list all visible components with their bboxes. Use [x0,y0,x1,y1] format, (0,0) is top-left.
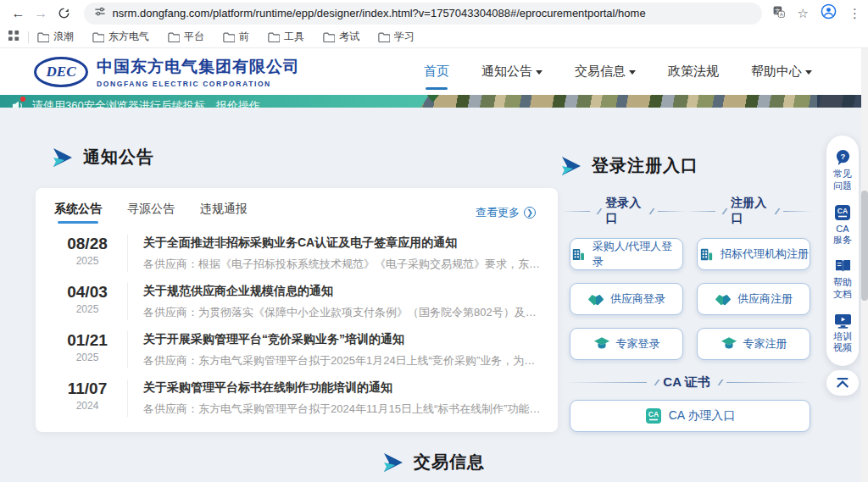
bookmark-folder[interactable]: 考试 [323,30,359,44]
bookmark-label: 学习 [394,30,415,44]
nav-policies[interactable]: 政策法规 [668,58,719,85]
company-name: 中国东方电气集团有限公司 [97,56,300,78]
expert-login-button[interactable]: 专家登录 [570,328,683,360]
section-title: 通知公告 [83,146,154,169]
help-doc-shortcut[interactable]: 帮助 文档 [832,253,854,307]
bookmark-star-icon[interactable]: ☆ [798,6,809,21]
notice-summary: 各供应商：根据《电子招标投标系统技术规范》《电子采购交易规范》要求，东方电气采购… [143,257,542,272]
notice-summary: 各供应商：东方电气采购管理平台拟于2025年1月24日上线“竞价采购”业务，为帮… [143,353,542,368]
company-name-en: DONGFANG ELECTRIC CORPORATION [97,80,300,88]
bookmarks-bar: 浪潮 东方电气 平台 前 工具 考试 学习 [0,26,868,48]
ca-service-shortcut[interactable]: CA CA 服务 [832,199,854,254]
ca-icon: CA [834,204,851,221]
apps-grid-icon[interactable] [8,30,19,45]
supplier-register-button[interactable]: 供应商注册 [697,283,810,315]
nav-home[interactable]: 首页 [424,58,449,85]
company-logo[interactable]: DEC 中国东方电气集团有限公司 DONGFANG ELECTRIC CORPO… [34,56,300,88]
scrollbar-track[interactable] [861,48,868,482]
notice-row[interactable]: 11/072024 关于采购管理平台标书在线制作功能培训的通知各供应商：东方电气… [54,380,536,417]
buyer-agent-login-button[interactable]: 采购人/代理人登录 [570,238,683,270]
notice-title[interactable]: 关于开展采购管理平台“竞价采购业务”培训的通知 [143,332,542,347]
bookmark-folder[interactable]: 工具 [268,30,304,44]
svg-text:CA: CA [648,410,659,418]
tab-violation-reports[interactable]: 违规通报 [200,202,248,224]
entry-buttons: 采购人/代理人登录 招标代理机构注册 供应商登录 供应商注册 专家登录 [561,238,812,360]
tab-system-notices[interactable]: 系统公告 [54,202,102,224]
ca-apply-button[interactable]: CA CA 办理入口 [570,400,810,432]
trade-section-header: 交易信息 [383,451,485,474]
handshake-icon [715,292,732,307]
menu-dots-icon[interactable]: ⋮ [849,6,861,21]
handshake-icon [587,292,604,307]
translate-icon[interactable]: 文A [772,5,786,22]
nav-trade-info[interactable]: 交易信息 [575,58,636,85]
sidebar-item-label: 常见 问题 [832,169,854,192]
url-bar[interactable]: nsrm.dongfang.com/platform/runtime/epp/d… [84,3,762,25]
video-icon [834,313,852,329]
expert-register-button[interactable]: 专家注册 [697,328,810,360]
screen: ← → nsrm.dongfang.com/platform/runtime/e… [0,0,868,482]
bookmark-folder[interactable]: 东方电气 [92,30,149,44]
notice-row[interactable]: 04/032025 关于规范供应商企业规模信息的通知各供应商：为贯彻落实《保障中… [54,283,536,320]
site-header: DEC 中国东方电气集团有限公司 DONGFANG ELECTRIC CORPO… [0,48,868,95]
notices-card: 系统公告 寻源公告 违规通报 查看更多 ❯ 08/282025 关于全面推进非招… [36,188,558,432]
bookmark-folder[interactable]: 平台 [168,30,204,44]
url-text: nsrm.dongfang.com/platform/runtime/epp/d… [113,7,646,19]
bookmark-label: 前 [239,30,249,44]
nav-notices[interactable]: 通知公告 [481,58,542,85]
notice-tabs: 系统公告 寻源公告 违规通报 查看更多 ❯ [54,202,536,224]
notice-year: 2024 [54,400,120,412]
back-to-top-button[interactable] [826,370,859,396]
group-labels: 登录入口 注册入口 [561,196,812,226]
arrow-icon [53,148,73,167]
arrow-icon [561,157,581,175]
notice-row[interactable]: 01/212025 关于开展采购管理平台“竞价采购业务”培训的通知各供应商：东方… [54,331,536,368]
bookmark-label: 工具 [284,30,304,44]
login-section-header: 登录注册入口 [561,154,812,177]
ca-icon: CA [645,407,662,424]
divider [28,31,29,43]
training-video-shortcut[interactable]: 培训 视频 [832,307,854,362]
register-group-label: 注册入口 [687,196,812,226]
bookmark-label: 考试 [339,30,359,44]
back-icon[interactable]: ← [9,3,27,24]
view-more-link[interactable]: 查看更多 ❯ [476,205,536,220]
tab-sourcing-notices[interactable]: 寻源公告 [127,202,175,224]
building-icon [698,247,715,263]
notice-title[interactable]: 关于规范供应商企业规模信息的通知 [143,284,542,299]
bookmark-folder[interactable]: 浪潮 [37,30,74,44]
faq-shortcut[interactable]: ? 常见 问题 [832,144,854,199]
bid-agency-register-button[interactable]: 招标代理机构注册 [697,238,810,270]
bookmark-folder[interactable]: 前 [223,30,249,44]
back-to-top-icon [835,377,850,389]
bookmark-label: 东方电气 [108,30,149,44]
site-settings-icon[interactable] [94,6,106,21]
notice-summary: 各供应商：东方电气采购管理平台拟于2024年11月15日上线“标书在线制作”功能… [143,402,542,417]
notice-summary: 各供应商：为贯彻落实《保障中小企业款项支付条例》（国务院令第802号）及《中小企… [143,305,542,320]
section-title: 交易信息 [414,451,485,474]
bookmark-label: 浪潮 [53,30,74,44]
scrollbar-thumb[interactable] [861,191,868,301]
chevron-down-icon [805,70,812,75]
notice-row[interactable]: 08/282025 关于全面推进非招标采购业务CA认证及电子签章应用的通知各供应… [54,235,536,272]
sidebar-item-label: 帮助 文档 [832,277,854,301]
ca-group-label: CA 证书 [561,374,812,391]
notice-title[interactable]: 关于全面推进非招标采购业务CA认证及电子签章应用的通知 [143,235,542,251]
arrow-icon [383,453,403,472]
notice-title[interactable]: 关于采购管理平台标书在线制作功能培训的通知 [143,380,542,396]
notice-year: 2025 [54,255,120,267]
profile-avatar-icon[interactable] [821,3,837,23]
graduation-cap-icon [593,336,610,352]
help-doc-icon [834,258,852,274]
svg-text:CA: CA [837,207,848,215]
question-icon: ? [834,149,852,166]
chevron-down-icon [629,70,636,75]
supplier-login-button[interactable]: 供应商登录 [570,283,683,315]
refresh-icon[interactable] [55,3,73,24]
bookmark-folder[interactable]: 学习 [378,30,415,44]
chevron-right-circle-icon: ❯ [524,207,536,219]
forward-icon[interactable]: → [32,3,50,24]
notice-date: 04/03 [54,283,120,302]
svg-text:A: A [779,11,782,16]
nav-help-center[interactable]: 帮助中心 [751,58,812,85]
